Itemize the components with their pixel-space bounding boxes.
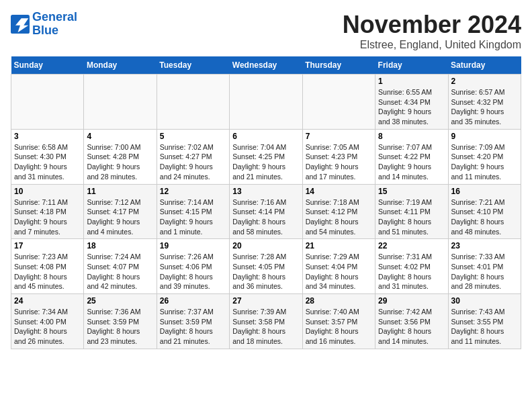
calendar-cell: 17Sunrise: 7:23 AM Sunset: 4:08 PM Dayli…: [11, 239, 84, 294]
weekday-thursday: Thursday: [302, 56, 375, 75]
day-number: 17: [14, 241, 81, 250]
day-info: Sunrise: 7:26 AM Sunset: 4:06 PM Dayligh…: [160, 252, 226, 291]
calendar-body: 1Sunrise: 6:55 AM Sunset: 4:34 PM Daylig…: [11, 75, 521, 349]
day-info: Sunrise: 7:12 AM Sunset: 4:17 PM Dayligh…: [87, 197, 153, 237]
day-info: Sunrise: 7:00 AM Sunset: 4:28 PM Dayligh…: [87, 142, 153, 182]
calendar-cell: 20Sunrise: 7:28 AM Sunset: 4:05 PM Dayli…: [230, 239, 302, 294]
calendar-cell: 26Sunrise: 7:37 AM Sunset: 3:59 PM Dayli…: [157, 294, 229, 349]
day-number: 19: [160, 241, 226, 250]
calendar-cell: 5Sunrise: 7:02 AM Sunset: 4:27 PM Daylig…: [157, 129, 229, 184]
day-number: 10: [14, 187, 81, 196]
day-number: 14: [306, 187, 372, 196]
weekday-sunday: Sunday: [11, 56, 84, 75]
calendar-week-3: 10Sunrise: 7:11 AM Sunset: 4:18 PM Dayli…: [11, 184, 521, 239]
logo: General Blue: [11, 11, 77, 38]
calendar-cell: [302, 75, 375, 130]
weekday-friday: Friday: [375, 56, 448, 75]
day-info: Sunrise: 7:05 AM Sunset: 4:23 PM Dayligh…: [306, 142, 372, 182]
day-number: 11: [87, 187, 153, 196]
day-number: 24: [14, 296, 81, 306]
calendar-week-5: 24Sunrise: 7:34 AM Sunset: 4:00 PM Dayli…: [11, 294, 521, 349]
page-header: General Blue November 2024 Elstree, Engl…: [11, 11, 521, 51]
day-number: 29: [378, 296, 445, 306]
day-number: 26: [160, 296, 226, 306]
day-number: 13: [232, 187, 299, 196]
day-number: 23: [451, 241, 518, 250]
calendar-cell: 21Sunrise: 7:29 AM Sunset: 4:04 PM Dayli…: [302, 239, 375, 294]
calendar-cell: 6Sunrise: 7:04 AM Sunset: 4:25 PM Daylig…: [230, 129, 302, 184]
day-number: 16: [451, 187, 518, 196]
day-info: Sunrise: 7:11 AM Sunset: 4:18 PM Dayligh…: [14, 197, 81, 237]
main-title: November 2024: [343, 11, 521, 39]
day-number: 28: [306, 296, 372, 306]
title-area: November 2024 Elstree, England, United K…: [343, 11, 521, 51]
weekday-tuesday: Tuesday: [157, 56, 229, 75]
day-info: Sunrise: 7:43 AM Sunset: 3:55 PM Dayligh…: [451, 307, 518, 347]
day-number: 6: [232, 132, 299, 141]
calendar-cell: 28Sunrise: 7:40 AM Sunset: 3:57 PM Dayli…: [302, 294, 375, 349]
calendar-cell: 25Sunrise: 7:36 AM Sunset: 3:59 PM Dayli…: [84, 294, 157, 349]
day-info: Sunrise: 7:14 AM Sunset: 4:15 PM Dayligh…: [160, 197, 226, 237]
calendar-cell: 7Sunrise: 7:05 AM Sunset: 4:23 PM Daylig…: [302, 129, 375, 184]
day-info: Sunrise: 7:28 AM Sunset: 4:05 PM Dayligh…: [232, 252, 299, 291]
calendar-week-1: 1Sunrise: 6:55 AM Sunset: 4:34 PM Daylig…: [11, 75, 521, 130]
day-number: 2: [451, 77, 518, 86]
day-info: Sunrise: 7:19 AM Sunset: 4:11 PM Dayligh…: [378, 197, 445, 237]
day-number: 7: [306, 132, 372, 141]
day-number: 27: [232, 296, 299, 306]
calendar-cell: 12Sunrise: 7:14 AM Sunset: 4:15 PM Dayli…: [157, 184, 229, 239]
day-info: Sunrise: 6:58 AM Sunset: 4:30 PM Dayligh…: [14, 142, 81, 182]
day-info: Sunrise: 7:02 AM Sunset: 4:27 PM Dayligh…: [160, 142, 226, 182]
calendar-cell: 27Sunrise: 7:39 AM Sunset: 3:58 PM Dayli…: [230, 294, 302, 349]
day-info: Sunrise: 7:07 AM Sunset: 4:22 PM Dayligh…: [378, 142, 445, 182]
day-number: 20: [232, 241, 299, 250]
calendar-cell: 4Sunrise: 7:00 AM Sunset: 4:28 PM Daylig…: [84, 129, 157, 184]
day-info: Sunrise: 7:36 AM Sunset: 3:59 PM Dayligh…: [87, 307, 153, 347]
day-info: Sunrise: 7:29 AM Sunset: 4:04 PM Dayligh…: [306, 252, 372, 291]
day-number: 18: [87, 241, 153, 250]
weekday-wednesday: Wednesday: [230, 56, 302, 75]
day-number: 21: [306, 241, 372, 250]
day-number: 5: [160, 132, 226, 141]
subtitle: Elstree, England, United Kingdom: [343, 39, 521, 51]
calendar-cell: 10Sunrise: 7:11 AM Sunset: 4:18 PM Dayli…: [11, 184, 84, 239]
calendar-cell: [230, 75, 302, 130]
day-info: Sunrise: 7:18 AM Sunset: 4:12 PM Dayligh…: [306, 197, 372, 237]
calendar-cell: 14Sunrise: 7:18 AM Sunset: 4:12 PM Dayli…: [302, 184, 375, 239]
weekday-monday: Monday: [84, 56, 157, 75]
calendar-cell: 23Sunrise: 7:33 AM Sunset: 4:01 PM Dayli…: [448, 239, 521, 294]
weekday-saturday: Saturday: [448, 56, 521, 75]
calendar-week-2: 3Sunrise: 6:58 AM Sunset: 4:30 PM Daylig…: [11, 129, 521, 184]
logo-line1: General: [32, 10, 77, 24]
day-info: Sunrise: 7:24 AM Sunset: 4:07 PM Dayligh…: [87, 252, 153, 291]
calendar-cell: 19Sunrise: 7:26 AM Sunset: 4:06 PM Dayli…: [157, 239, 229, 294]
day-number: 1: [378, 77, 445, 86]
calendar-cell: [11, 75, 84, 130]
day-number: 22: [378, 241, 445, 250]
calendar-cell: 11Sunrise: 7:12 AM Sunset: 4:17 PM Dayli…: [84, 184, 157, 239]
day-number: 25: [87, 296, 153, 306]
calendar-cell: 16Sunrise: 7:21 AM Sunset: 4:10 PM Dayli…: [448, 184, 521, 239]
day-info: Sunrise: 7:37 AM Sunset: 3:59 PM Dayligh…: [160, 307, 226, 347]
day-info: Sunrise: 7:40 AM Sunset: 3:57 PM Dayligh…: [306, 307, 372, 347]
calendar-cell: [157, 75, 229, 130]
day-info: Sunrise: 7:33 AM Sunset: 4:01 PM Dayligh…: [451, 252, 518, 291]
day-info: Sunrise: 6:55 AM Sunset: 4:34 PM Dayligh…: [378, 87, 445, 127]
logo-line2: Blue: [32, 24, 58, 37]
calendar-cell: 13Sunrise: 7:16 AM Sunset: 4:14 PM Dayli…: [230, 184, 302, 239]
calendar-cell: 29Sunrise: 7:42 AM Sunset: 3:56 PM Dayli…: [375, 294, 448, 349]
calendar-week-4: 17Sunrise: 7:23 AM Sunset: 4:08 PM Dayli…: [11, 239, 521, 294]
day-info: Sunrise: 7:21 AM Sunset: 4:10 PM Dayligh…: [451, 197, 518, 237]
day-info: Sunrise: 7:31 AM Sunset: 4:02 PM Dayligh…: [378, 252, 445, 291]
day-info: Sunrise: 7:39 AM Sunset: 3:58 PM Dayligh…: [232, 307, 299, 347]
day-number: 4: [87, 132, 153, 141]
day-number: 9: [451, 132, 518, 141]
calendar-cell: 15Sunrise: 7:19 AM Sunset: 4:11 PM Dayli…: [375, 184, 448, 239]
day-number: 3: [14, 132, 81, 141]
day-info: Sunrise: 7:34 AM Sunset: 4:00 PM Dayligh…: [14, 307, 81, 347]
calendar-cell: 8Sunrise: 7:07 AM Sunset: 4:22 PM Daylig…: [375, 129, 448, 184]
day-info: Sunrise: 7:16 AM Sunset: 4:14 PM Dayligh…: [232, 197, 299, 237]
day-info: Sunrise: 7:42 AM Sunset: 3:56 PM Dayligh…: [378, 307, 445, 347]
calendar-table: SundayMondayTuesdayWednesdayThursdayFrid…: [11, 56, 521, 349]
calendar-cell: 22Sunrise: 7:31 AM Sunset: 4:02 PM Dayli…: [375, 239, 448, 294]
